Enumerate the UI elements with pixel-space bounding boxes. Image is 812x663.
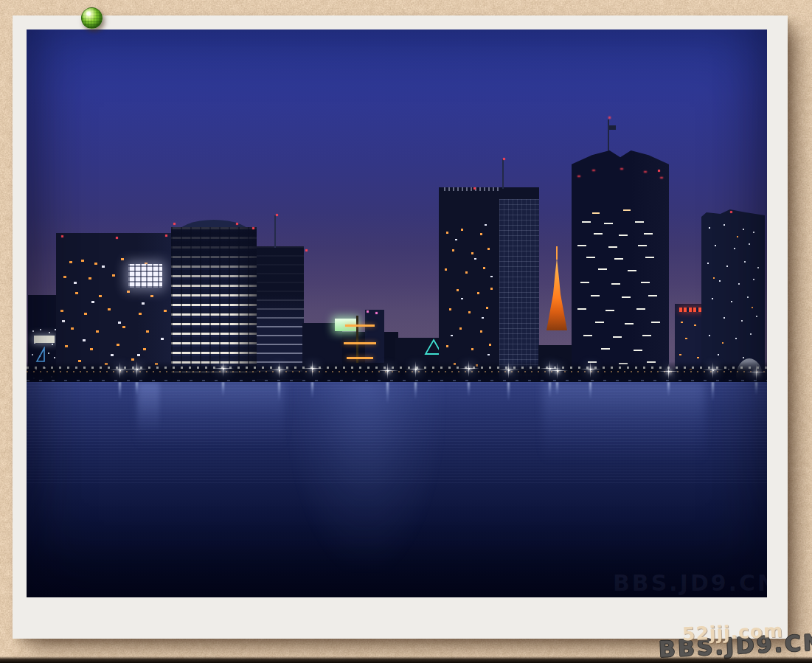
- roof-railing: [444, 187, 500, 191]
- street-lamp: [508, 369, 510, 371]
- shop-sign-white: [34, 336, 55, 343]
- lamp-reflection: [556, 382, 558, 395]
- shoreline-warm-lights-row: [27, 371, 767, 372]
- lamp-reflection: [712, 382, 714, 401]
- water-glow-left-cluster: [137, 382, 285, 448]
- watermark-light-text: 52jjj.com: [682, 620, 784, 645]
- antenna-mast: [608, 119, 609, 153]
- lamp-reflection: [755, 382, 757, 395]
- building-pink-lights-tower: [365, 310, 384, 363]
- building-right-residential-tower: [701, 209, 765, 381]
- bay-water: [27, 382, 767, 597]
- night-city-photo: BBS.JD9.CN: [27, 29, 767, 597]
- street-lamp: [279, 369, 280, 371]
- building-windows-warm: [675, 304, 677, 305]
- street-lamp: [415, 369, 417, 370]
- crane-lit-bar: [344, 342, 376, 344]
- street-lamp: [468, 368, 470, 369]
- bright-window-reflection: [137, 382, 159, 434]
- building-hotel-right: [439, 187, 539, 381]
- street-lamp: [756, 372, 757, 373]
- quay-edge-glint: [27, 380, 767, 381]
- aviation-beacon-red: [27, 29, 29, 32]
- lamp-reflection: [589, 382, 591, 400]
- photo-frame: BBS.JD9.CN: [13, 15, 788, 639]
- lamp-reflection: [119, 382, 121, 400]
- street-lamp: [136, 369, 138, 370]
- street-lamp: [668, 371, 670, 372]
- street-lamp: [387, 370, 389, 372]
- hotel-right-light-face: [499, 199, 539, 381]
- lamp-reflection: [667, 382, 670, 397]
- lamp-reflection: [311, 382, 313, 398]
- building-windows-cool: [56, 233, 59, 235]
- lamp-reflection: [549, 382, 551, 398]
- building-office-tower-left: [171, 227, 257, 382]
- street-lamp: [712, 369, 714, 371]
- street-lamp: [557, 370, 558, 372]
- tower-crown-red-lights: [572, 150, 575, 152]
- street-lamp: [119, 369, 121, 371]
- green-pushpin: [81, 7, 103, 29]
- crane-lit-bar: [347, 357, 373, 359]
- building-windows-warm: [701, 209, 703, 211]
- water-light-band: [288, 382, 443, 570]
- building-windows-cool: [28, 295, 30, 296]
- building-tallest-tower: [572, 150, 669, 381]
- water-glow-right-towers: [543, 382, 705, 463]
- board-bottom-edge-shadow: [0, 656, 812, 663]
- tokyo-tower-spire: [556, 246, 558, 260]
- antenna-mast: [274, 215, 276, 248]
- street-lamp: [312, 368, 313, 369]
- watermark-ghost: BBS.JD9.CN: [613, 570, 767, 596]
- street-lamp: [223, 368, 224, 369]
- building-hotel-left: [56, 233, 171, 382]
- street-lamp: [549, 368, 551, 369]
- bright-window-patch: [128, 264, 162, 288]
- antenna-mast: [502, 159, 504, 189]
- lamp-reflection: [386, 382, 389, 404]
- lamp-reflection: [222, 382, 224, 397]
- lamp-reflection: [468, 382, 470, 397]
- lamp-reflection: [278, 382, 280, 401]
- crane-mast: [356, 316, 358, 363]
- street-lamp: [590, 369, 591, 370]
- crane-lit-bar: [345, 324, 375, 327]
- lamp-reflection: [414, 382, 417, 400]
- building-windows-cool: [439, 187, 441, 189]
- lamp-reflection: [507, 382, 510, 401]
- rooftop-flag: [609, 125, 616, 130]
